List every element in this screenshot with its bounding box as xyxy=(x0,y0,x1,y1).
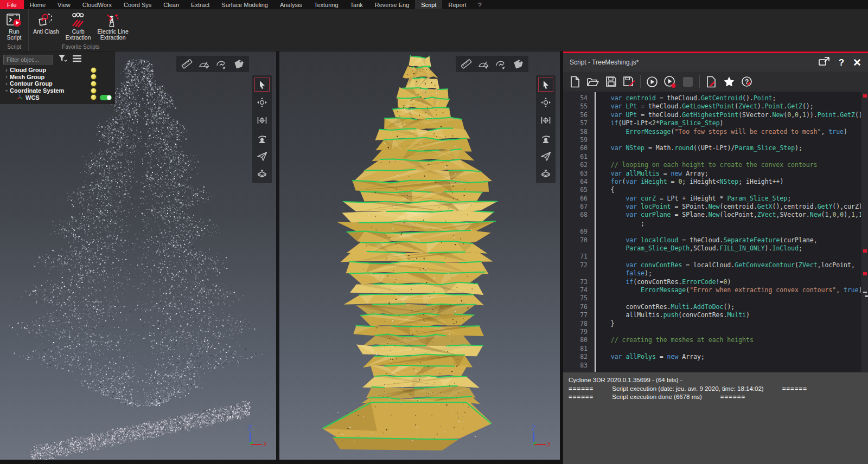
code-editor[interactable]: 5455565758596061626364656667686970717273… xyxy=(563,92,868,372)
expand-arrow-icon[interactable]: › xyxy=(3,67,10,73)
editor-scrollbar[interactable] xyxy=(861,92,868,372)
ruler-icon[interactable] xyxy=(459,57,473,70)
code-line[interactable]: var LPt = theCloud.GetLowestPoint(ZVect)… xyxy=(596,102,861,111)
select-cursor-tool[interactable] xyxy=(254,78,270,92)
menu-tab-reverse-eng[interactable]: Reverse Eng xyxy=(369,0,416,9)
curb-extraction-button[interactable]: Curb Extraction xyxy=(62,10,94,42)
projection-tool[interactable] xyxy=(538,167,553,181)
visibility-bulb-icon[interactable] xyxy=(91,74,97,80)
filter-objects-input[interactable] xyxy=(3,55,53,65)
menu-tab-file[interactable]: File xyxy=(0,0,24,9)
angle-measure-icon[interactable] xyxy=(476,57,490,70)
fly-tool[interactable] xyxy=(254,149,270,163)
viewport-point-cloud[interactable]: ›Cloud Group›Mesh Group›Contour Group›Co… xyxy=(0,51,276,460)
code-line[interactable]: // looping on each height to create the … xyxy=(596,161,861,169)
code-line[interactable] xyxy=(596,362,861,370)
menu-tab-script[interactable]: Script xyxy=(415,0,442,9)
code-line[interactable]: { xyxy=(596,186,861,194)
code-line[interactable] xyxy=(596,345,861,353)
code-line[interactable] xyxy=(596,153,861,161)
code-line[interactable]: var NStep = Math.round((UPt-LPt)/Param_S… xyxy=(596,144,861,152)
menu-tab-analysis[interactable]: Analysis xyxy=(274,0,308,9)
run-icon[interactable] xyxy=(646,75,659,88)
menu-tab-clean[interactable]: Clean xyxy=(157,0,185,9)
code-line[interactable]: if(UPt-LPt<2*Param_Slice_Step) xyxy=(596,119,861,127)
code-line[interactable]: var localCloud = theCloud.SeparateFeatur… xyxy=(596,236,861,244)
orbit-tool[interactable] xyxy=(538,95,553,109)
filter-icon[interactable] xyxy=(58,54,67,65)
menu-tab-extract[interactable]: Extract xyxy=(185,0,215,9)
menu-tab-cloudworx[interactable]: CloudWorx xyxy=(76,0,118,9)
fit-view-tool[interactable] xyxy=(254,113,270,127)
code-line[interactable]: var curZ = LPt + iHeight * Param_Slice_S… xyxy=(596,195,861,203)
code-line[interactable]: ErrorMessage("Too few steps will be crea… xyxy=(596,128,861,136)
code-line[interactable] xyxy=(596,253,861,261)
label-tag-icon[interactable] xyxy=(232,57,246,70)
visibility-bulb-icon[interactable] xyxy=(91,81,97,87)
code-line[interactable]: } xyxy=(596,320,861,328)
save-script-icon[interactable] xyxy=(604,75,617,88)
close-panel-icon[interactable]: ✕ xyxy=(853,57,861,68)
menu-tab-home[interactable]: Home xyxy=(24,0,52,9)
tree-item-wcs[interactable]: WCS xyxy=(3,94,112,101)
walkthrough-tool[interactable] xyxy=(254,131,270,145)
expand-arrow-icon[interactable]: › xyxy=(3,81,10,87)
menu-tab-tank[interactable]: Tank xyxy=(344,0,369,9)
run-script-button[interactable]: Run Script xyxy=(1,10,27,42)
menu-tab-coord-sys[interactable]: Coord Sys xyxy=(118,0,157,9)
code-line[interactable]: ErrorMessage("Error when extracting conv… xyxy=(596,286,861,294)
select-cursor-tool[interactable] xyxy=(538,78,553,92)
anti-clash-button[interactable]: Anti Clash xyxy=(30,10,62,36)
menu-tab-surface-modeling[interactable]: Surface Modeling xyxy=(215,0,274,9)
undock-panel-icon[interactable] xyxy=(818,56,830,68)
code-line[interactable] xyxy=(596,328,861,336)
fit-view-tool[interactable] xyxy=(538,113,553,127)
visibility-bulb-icon[interactable] xyxy=(91,94,97,100)
new-script-icon[interactable] xyxy=(569,75,582,88)
code-line[interactable]: convContRes.Multi.AddToDoc(); xyxy=(596,303,861,311)
menu-tab-texturing[interactable]: Texturing xyxy=(308,0,344,9)
code-line[interactable]: Param_Slice_Depth,SCloud.FILL_IN_ONLY).I… xyxy=(596,244,861,253)
surface-measure-icon[interactable] xyxy=(494,57,508,70)
viewport-mesh[interactable]: Z X xyxy=(279,51,560,460)
favorite-star-icon[interactable] xyxy=(723,75,736,88)
help-icon[interactable]: ? xyxy=(839,58,844,67)
code-line[interactable]: for(var iHeight = 0; iHeight<NStep; iHei… xyxy=(596,178,861,186)
menu-tab-view[interactable]: View xyxy=(52,0,76,9)
code-line[interactable]: if(convContRes.ErrorCode!=0) xyxy=(596,278,861,286)
expand-arrow-icon[interactable]: › xyxy=(3,74,10,80)
menu-tab-report[interactable]: Report xyxy=(442,0,472,9)
tree-item-mesh-group[interactable]: ›Mesh Group xyxy=(3,74,112,81)
code-line[interactable]: allMultis.push(convContRes.Multi) xyxy=(596,311,861,319)
script-help-icon[interactable]: ? xyxy=(741,75,754,88)
angle-measure-icon[interactable] xyxy=(197,57,211,70)
orbit-tool[interactable] xyxy=(254,95,270,109)
tree-item-contour-group[interactable]: ›Contour Group xyxy=(3,80,112,87)
visibility-bulb-icon[interactable] xyxy=(91,67,97,73)
code-line[interactable]: var allMultis = new Array; xyxy=(596,170,861,178)
code-line[interactable]: // creating the meshes at each heights xyxy=(596,336,861,344)
code-line[interactable]: var UPt = theCloud.GetHighestPoint(SVect… xyxy=(596,111,861,119)
open-script-icon[interactable] xyxy=(586,75,599,88)
code-line[interactable] xyxy=(596,294,861,302)
fly-tool[interactable] xyxy=(538,149,553,163)
menu-tab-?[interactable]: ? xyxy=(473,0,488,9)
code-line[interactable]: false); xyxy=(596,269,861,278)
label-tag-icon[interactable] xyxy=(511,57,525,70)
code-content[interactable]: var centroid = theCloud.GetCentroid().Po… xyxy=(596,92,861,372)
visibility-bulb-icon[interactable] xyxy=(91,88,97,94)
collapse-arrow-icon[interactable]: › xyxy=(4,87,10,94)
walkthrough-tool[interactable] xyxy=(538,131,553,145)
code-line[interactable]: var centroid = theCloud.GetCentroid().Po… xyxy=(596,94,861,102)
code-line[interactable]: ; xyxy=(596,220,861,228)
code-line[interactable] xyxy=(596,228,861,236)
visibility-toggle[interactable] xyxy=(100,95,112,100)
save-script-as-icon[interactable] xyxy=(622,75,635,88)
mesh-canvas[interactable] xyxy=(279,51,560,460)
surface-measure-icon[interactable] xyxy=(214,57,228,70)
projection-tool[interactable] xyxy=(254,167,270,181)
script-document-icon[interactable] xyxy=(705,75,718,88)
debug-run-icon[interactable] xyxy=(663,75,676,88)
code-line[interactable]: var convContRes = localCloud.GetConvexCo… xyxy=(596,261,861,269)
electric-line-extraction-button[interactable]: Electric Line Extraction xyxy=(94,10,132,42)
